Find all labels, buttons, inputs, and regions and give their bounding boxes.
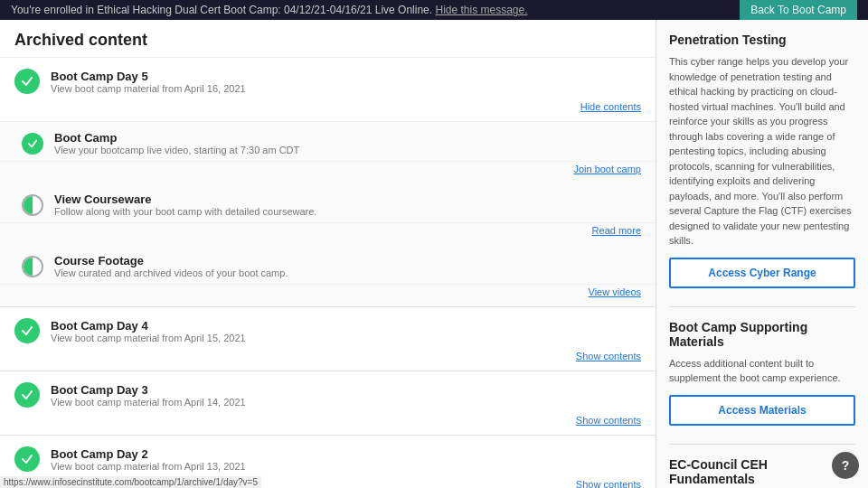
course-footage-item: Course Footage View curated and archived… xyxy=(0,245,656,285)
course-footage-action[interactable]: View videos xyxy=(589,286,642,297)
day5-header[interactable]: Boot Camp Day 5 View boot camp material … xyxy=(0,58,656,98)
sidebar-ceh-title: EC-Council CEH Fundamentals xyxy=(669,457,855,486)
day3-subtitle: View boot camp material from April 14, 2… xyxy=(51,397,246,408)
day4-action-link[interactable]: Show contents xyxy=(576,351,641,361)
day4-subtitle: View boot camp material from April 15, 2… xyxy=(51,333,246,343)
sidebar-pen-test-title: Penetration Testing xyxy=(669,33,855,47)
courseware-title: View Courseware xyxy=(54,192,641,206)
day4-info: Boot Camp Day 4 View boot camp material … xyxy=(51,319,246,343)
back-to-bootcamp-button[interactable]: Back To Boot Camp xyxy=(740,0,857,20)
day2-header[interactable]: Boot Camp Day 2 View boot camp material … xyxy=(0,436,656,475)
banner-message: You're enrolled in Ethical Hacking Dual … xyxy=(11,4,528,16)
day5-sub-items: Boot Camp View your bootcamp live video,… xyxy=(0,121,656,306)
day2-status-icon xyxy=(14,446,40,472)
left-content: Archived content Boot Camp Day 5 View bo… xyxy=(0,20,656,488)
sidebar-materials-title: Boot Camp Supporting Materials xyxy=(669,320,855,349)
access-cyber-range-button[interactable]: Access Cyber Range xyxy=(669,258,855,288)
day3-title: Boot Camp Day 3 xyxy=(51,383,246,397)
bootcamp-live-item: Boot Camp View your bootcamp live video,… xyxy=(0,122,656,162)
day3-info: Boot Camp Day 3 View boot camp material … xyxy=(51,383,246,408)
bootcamp-live-title: Boot Camp xyxy=(54,131,641,145)
day4-header[interactable]: Boot Camp Day 4 View boot camp material … xyxy=(0,307,656,347)
sidebar-materials-desc: Access additional content built to suppl… xyxy=(669,356,855,386)
day3-action-link[interactable]: Show contents xyxy=(576,415,641,426)
courseware-status xyxy=(22,194,43,216)
day3-action-row: Show contents xyxy=(0,411,656,435)
day2-subtitle: View boot camp material from April 13, 2… xyxy=(51,461,246,472)
sidebar-supporting-materials: Boot Camp Supporting Materials Access ad… xyxy=(669,320,855,426)
courseware-subtitle: Follow along with your boot camp with de… xyxy=(54,206,641,217)
sidebar-pen-test-desc: This cyber range helps you develop your … xyxy=(669,54,855,249)
right-sidebar: Penetration Testing This cyber range hel… xyxy=(656,20,868,488)
day5-subtitle: View boot camp material from April 16, 2… xyxy=(51,83,246,94)
hide-message-link[interactable]: Hide this message. xyxy=(435,4,527,16)
course-footage-title: Course Footage xyxy=(54,254,641,267)
sidebar-ceh-fundamentals: EC-Council CEH Fundamentals The EC-Counc… xyxy=(669,457,855,489)
day5-title: Boot Camp Day 5 xyxy=(51,70,246,83)
courseware-action[interactable]: Read more xyxy=(592,225,641,236)
day2-action-link[interactable]: Show contents xyxy=(576,479,641,488)
bootcamp-live-subtitle: View your bootcamp live video, starting … xyxy=(54,145,641,155)
day3-status-icon xyxy=(14,382,40,408)
day-section-day5: Boot Camp Day 5 View boot camp material … xyxy=(0,58,656,307)
day3-header[interactable]: Boot Camp Day 3 View boot camp material … xyxy=(0,371,656,411)
day4-action-row: Show contents xyxy=(0,347,656,371)
bootcamp-live-status xyxy=(22,133,43,155)
day5-action-row: Hide contents xyxy=(0,98,656,121)
sidebar-divider-1 xyxy=(669,306,855,307)
access-materials-button[interactable]: Access Materials xyxy=(669,395,855,426)
course-footage-subtitle: View curated and archived videos of your… xyxy=(54,267,641,278)
day4-title: Boot Camp Day 4 xyxy=(51,319,246,333)
day5-action-link[interactable]: Hide contents xyxy=(580,101,641,112)
day4-status-icon xyxy=(14,318,40,343)
course-footage-status xyxy=(22,256,43,277)
help-button[interactable]: ? xyxy=(832,452,859,479)
bootcamp-live-action[interactable]: Join boot camp xyxy=(573,164,641,174)
day-section-day3: Boot Camp Day 3 View boot camp material … xyxy=(0,371,656,436)
banner-text: You're enrolled in Ethical Hacking Dual … xyxy=(11,4,432,16)
day-section-day4: Boot Camp Day 4 View boot camp material … xyxy=(0,307,656,371)
sidebar-divider-2 xyxy=(669,444,855,445)
courseware-info: View Courseware Follow along with your b… xyxy=(54,192,641,217)
day5-status-icon xyxy=(14,69,40,94)
courseware-item: View Courseware Follow along with your b… xyxy=(0,183,656,223)
page-title: Archived content xyxy=(0,20,656,58)
url-bar: https://www.infosecinstitute.com/bootcam… xyxy=(0,476,261,488)
course-footage-action-row: View videos xyxy=(0,285,656,306)
day2-title: Boot Camp Day 2 xyxy=(51,447,246,461)
bootcamp-live-action-row: Join boot camp xyxy=(0,162,656,183)
course-footage-info: Course Footage View curated and archived… xyxy=(54,254,641,278)
bootcamp-live-info: Boot Camp View your bootcamp live video,… xyxy=(54,131,641,155)
top-banner: You're enrolled in Ethical Hacking Dual … xyxy=(0,0,868,20)
sidebar-penetration-testing: Penetration Testing This cyber range hel… xyxy=(669,33,855,288)
day5-info: Boot Camp Day 5 View boot camp material … xyxy=(51,70,246,94)
courseware-action-row: Read more xyxy=(0,223,656,245)
day2-info: Boot Camp Day 2 View boot camp material … xyxy=(51,447,246,472)
main-container: Archived content Boot Camp Day 5 View bo… xyxy=(0,20,868,488)
